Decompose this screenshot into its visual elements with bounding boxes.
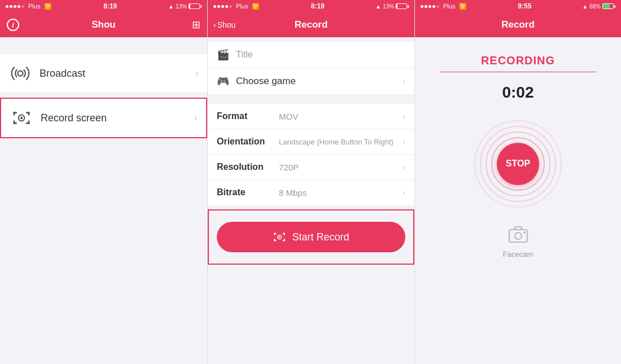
title-placeholder: Title: [236, 50, 405, 60]
back-label: Shou: [217, 20, 236, 29]
choose-game-label: Choose game: [236, 76, 403, 87]
svg-point-10: [20, 117, 23, 120]
panel-record-settings: Plus 🛜 8:19 ▲ 13% ‹ Shou Record 🎬 Title: [207, 0, 414, 364]
svg-rect-16: [284, 233, 285, 235]
recording-status-label: RECORDING: [481, 54, 555, 67]
stop-label: STOP: [506, 159, 530, 169]
resolution-value: 720P: [279, 163, 403, 172]
status-bar-2: Plus 🛜 8:19 ▲ 13%: [208, 0, 414, 12]
record-settings-content: 🎬 Title 🎮 Choose game › Format MOV › Ori…: [208, 37, 414, 364]
orientation-value: Landscape (Home Button To Right): [279, 138, 403, 146]
svg-point-22: [515, 233, 522, 239]
broadcast-chevron: ›: [195, 68, 198, 78]
header-title-1: Shou: [91, 19, 116, 30]
status-signal-1: Plus 🛜: [6, 3, 52, 10]
status-time-3: 9:55: [518, 2, 531, 10]
bitrate-chevron: ›: [403, 188, 405, 197]
start-record-btn-icon: [273, 230, 286, 244]
stop-button[interactable]: STOP: [497, 143, 539, 185]
header-title-3: Record: [501, 19, 535, 30]
svg-point-20: [279, 236, 281, 238]
svg-point-0: [18, 71, 23, 76]
svg-rect-7: [14, 121, 15, 124]
form-section-meta: 🎬 Title 🎮 Choose game ›: [208, 42, 414, 94]
status-battery-1: ▲ 13%: [168, 3, 202, 10]
broadcast-label: Broadcast: [40, 68, 195, 80]
svg-rect-15: [274, 233, 275, 235]
clapboard-icon: 🎬: [217, 49, 229, 61]
svg-rect-8: [28, 121, 30, 124]
orientation-chevron: ›: [403, 137, 405, 146]
stop-button-area: STOP: [473, 119, 563, 209]
format-value: MOV: [279, 112, 403, 121]
info-icon[interactable]: i: [7, 19, 19, 31]
gallery-icon[interactable]: ⊞: [192, 19, 200, 31]
panel-shou-menu: Plus 🛜 8:19 ▲ 13% i Shou ⊞: [0, 0, 207, 364]
panel-recording: Plus 🛜 9:55 ▲ 68% Record RECORDING 0:02 …: [414, 0, 621, 364]
recording-content: RECORDING 0:02 STOP Facecam: [415, 37, 621, 364]
svg-rect-5: [14, 112, 15, 115]
svg-rect-18: [284, 239, 285, 241]
settings-section: Format MOV › Orientation Landscape (Home…: [208, 104, 414, 205]
record-screen-icon: [10, 107, 33, 129]
header-bar-2: ‹ Shou Record: [208, 12, 414, 37]
menu-item-broadcast[interactable]: Broadcast ›: [0, 54, 207, 93]
facecam-label: Facecam: [503, 250, 533, 258]
svg-rect-6: [28, 112, 30, 115]
title-row[interactable]: 🎬 Title: [208, 42, 414, 68]
gamepad-icon: 🎮: [217, 75, 229, 87]
resolution-chevron: ›: [403, 163, 405, 172]
status-time-1: 8:19: [103, 2, 117, 10]
format-chevron: ›: [403, 112, 405, 121]
orientation-row[interactable]: Orientation Landscape (Home Button To Ri…: [208, 129, 414, 155]
bitrate-value: 8 Mbps: [279, 188, 403, 198]
recording-divider: [440, 72, 596, 72]
start-record-label: Start Record: [292, 231, 349, 243]
orientation-key: Orientation: [217, 137, 279, 147]
back-button[interactable]: ‹ Shou: [213, 20, 235, 29]
bitrate-key: Bitrate: [217, 187, 279, 198]
start-record-button[interactable]: Start Record: [217, 222, 405, 252]
header-title-2: Record: [295, 19, 328, 30]
bitrate-row[interactable]: Bitrate 8 Mbps ›: [208, 180, 414, 205]
header-bar-3: Record: [415, 12, 621, 37]
recording-timer: 0:02: [502, 84, 533, 102]
format-key: Format: [217, 111, 279, 121]
resolution-row[interactable]: Resolution 720P ›: [208, 155, 414, 180]
format-row[interactable]: Format MOV ›: [208, 104, 414, 129]
record-screen-chevron: ›: [194, 113, 197, 123]
choose-game-chevron: ›: [403, 77, 405, 86]
svg-point-23: [523, 231, 526, 234]
facecam-section: Facecam: [503, 226, 533, 258]
choose-game-row[interactable]: 🎮 Choose game ›: [208, 68, 414, 94]
status-bar-1: Plus 🛜 8:19 ▲ 13%: [0, 0, 207, 12]
record-screen-label: Record screen: [41, 112, 194, 124]
menu-item-record-screen[interactable]: Record screen ›: [0, 98, 207, 138]
resolution-key: Resolution: [217, 162, 279, 172]
broadcast-icon: [9, 62, 32, 85]
status-time-2: 8:19: [311, 2, 325, 10]
svg-rect-17: [274, 239, 275, 241]
menu-list: Broadcast ›: [0, 37, 207, 364]
status-bar-3: Plus 🛜 9:55 ▲ 68%: [415, 0, 621, 12]
camera-icon[interactable]: [508, 226, 528, 247]
header-bar-1: i Shou ⊞: [0, 12, 207, 37]
